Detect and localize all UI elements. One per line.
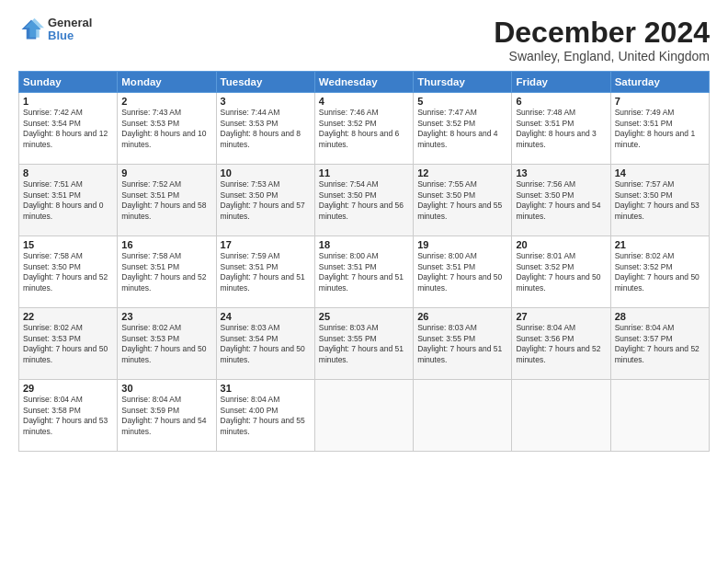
calendar-cell: 13Sunrise: 7:56 AMSunset: 3:50 PMDayligh… bbox=[512, 165, 610, 236]
calendar-page: General Blue December 2024 Swanley, Engl… bbox=[0, 0, 728, 563]
cell-details: Sunrise: 8:03 AMSunset: 3:55 PMDaylight:… bbox=[417, 323, 507, 365]
calendar-cell: 15Sunrise: 7:58 AMSunset: 3:50 PMDayligh… bbox=[19, 236, 118, 308]
calendar-week-1: 8Sunrise: 7:51 AMSunset: 3:51 PMDaylight… bbox=[19, 165, 710, 236]
day-number: 15 bbox=[23, 239, 113, 250]
calendar-cell: 5Sunrise: 7:47 AMSunset: 3:52 PMDaylight… bbox=[414, 93, 512, 165]
calendar-cell bbox=[512, 380, 610, 452]
calendar-cell: 29Sunrise: 8:04 AMSunset: 3:58 PMDayligh… bbox=[19, 380, 118, 452]
logo-general: General bbox=[48, 17, 92, 29]
calendar-week-3: 22Sunrise: 8:02 AMSunset: 3:53 PMDayligh… bbox=[19, 308, 710, 380]
cell-details: Sunrise: 8:04 AMSunset: 3:59 PMDaylight:… bbox=[121, 395, 211, 437]
logo-text: General Blue bbox=[48, 17, 92, 43]
subtitle: Swanley, England, United Kingdom bbox=[494, 49, 710, 63]
calendar-cell: 11Sunrise: 7:54 AMSunset: 3:50 PMDayligh… bbox=[314, 165, 413, 236]
cell-details: Sunrise: 8:00 AMSunset: 3:51 PMDaylight:… bbox=[319, 251, 409, 293]
logo-blue: Blue bbox=[48, 29, 92, 42]
calendar-cell: 26Sunrise: 8:03 AMSunset: 3:55 PMDayligh… bbox=[414, 308, 512, 380]
cell-details: Sunrise: 8:01 AMSunset: 3:52 PMDaylight:… bbox=[516, 251, 606, 293]
day-number: 8 bbox=[23, 167, 113, 178]
calendar-cell: 4Sunrise: 7:46 AMSunset: 3:52 PMDaylight… bbox=[314, 93, 413, 165]
logo: General Blue bbox=[18, 17, 92, 43]
cell-details: Sunrise: 8:02 AMSunset: 3:53 PMDaylight:… bbox=[23, 323, 113, 365]
title-block: December 2024 Swanley, England, United K… bbox=[494, 17, 710, 63]
calendar-cell: 17Sunrise: 7:59 AMSunset: 3:51 PMDayligh… bbox=[216, 236, 314, 308]
header: General Blue December 2024 Swanley, Engl… bbox=[18, 17, 710, 63]
calendar-cell: 18Sunrise: 8:00 AMSunset: 3:51 PMDayligh… bbox=[314, 236, 413, 308]
calendar-cell: 27Sunrise: 8:04 AMSunset: 3:56 PMDayligh… bbox=[512, 308, 610, 380]
day-number: 11 bbox=[319, 167, 409, 178]
calendar-cell: 21Sunrise: 8:02 AMSunset: 3:52 PMDayligh… bbox=[610, 236, 709, 308]
calendar-cell: 2Sunrise: 7:43 AMSunset: 3:53 PMDaylight… bbox=[118, 93, 216, 165]
col-wednesday: Wednesday bbox=[314, 72, 413, 93]
cell-details: Sunrise: 7:57 AMSunset: 3:50 PMDaylight:… bbox=[615, 179, 705, 222]
day-number: 22 bbox=[23, 311, 113, 322]
calendar-cell: 7Sunrise: 7:49 AMSunset: 3:51 PMDaylight… bbox=[610, 93, 709, 165]
calendar-cell: 3Sunrise: 7:44 AMSunset: 3:53 PMDaylight… bbox=[216, 93, 314, 165]
day-number: 2 bbox=[121, 96, 211, 107]
calendar-header: Sunday Monday Tuesday Wednesday Thursday… bbox=[19, 72, 710, 93]
day-number: 27 bbox=[516, 311, 606, 322]
cell-details: Sunrise: 8:00 AMSunset: 3:51 PMDaylight:… bbox=[417, 251, 507, 293]
day-number: 1 bbox=[23, 96, 113, 107]
calendar-cell: 16Sunrise: 7:58 AMSunset: 3:51 PMDayligh… bbox=[118, 236, 216, 308]
logo-icon bbox=[18, 17, 44, 42]
col-saturday: Saturday bbox=[610, 72, 709, 93]
calendar-cell: 14Sunrise: 7:57 AMSunset: 3:50 PMDayligh… bbox=[610, 165, 709, 236]
day-number: 4 bbox=[319, 96, 409, 107]
calendar-table: Sunday Monday Tuesday Wednesday Thursday… bbox=[18, 71, 710, 452]
day-number: 21 bbox=[615, 239, 705, 250]
cell-details: Sunrise: 7:52 AMSunset: 3:51 PMDaylight:… bbox=[121, 179, 211, 222]
cell-details: Sunrise: 7:48 AMSunset: 3:51 PMDaylight:… bbox=[516, 108, 606, 150]
col-friday: Friday bbox=[512, 72, 610, 93]
day-number: 9 bbox=[121, 167, 211, 178]
cell-details: Sunrise: 7:55 AMSunset: 3:50 PMDaylight:… bbox=[417, 179, 507, 222]
calendar-cell: 20Sunrise: 8:01 AMSunset: 3:52 PMDayligh… bbox=[512, 236, 610, 308]
day-number: 24 bbox=[221, 311, 311, 322]
cell-details: Sunrise: 8:02 AMSunset: 3:53 PMDaylight:… bbox=[121, 323, 211, 365]
calendar-week-0: 1Sunrise: 7:42 AMSunset: 3:54 PMDaylight… bbox=[19, 93, 710, 165]
cell-details: Sunrise: 8:04 AMSunset: 4:00 PMDaylight:… bbox=[221, 395, 311, 437]
cell-details: Sunrise: 7:56 AMSunset: 3:50 PMDaylight:… bbox=[516, 179, 606, 222]
calendar-cell: 25Sunrise: 8:03 AMSunset: 3:55 PMDayligh… bbox=[314, 308, 413, 380]
calendar-week-2: 15Sunrise: 7:58 AMSunset: 3:50 PMDayligh… bbox=[19, 236, 710, 308]
main-title: December 2024 bbox=[494, 17, 710, 49]
day-number: 12 bbox=[417, 167, 507, 178]
day-number: 23 bbox=[121, 311, 211, 322]
cell-details: Sunrise: 8:04 AMSunset: 3:57 PMDaylight:… bbox=[615, 323, 705, 365]
calendar-cell: 30Sunrise: 8:04 AMSunset: 3:59 PMDayligh… bbox=[118, 380, 216, 452]
day-number: 3 bbox=[221, 96, 311, 107]
cell-details: Sunrise: 8:03 AMSunset: 3:54 PMDaylight:… bbox=[221, 323, 311, 365]
header-row: Sunday Monday Tuesday Wednesday Thursday… bbox=[19, 72, 710, 93]
calendar-cell: 22Sunrise: 8:02 AMSunset: 3:53 PMDayligh… bbox=[19, 308, 118, 380]
cell-details: Sunrise: 8:03 AMSunset: 3:55 PMDaylight:… bbox=[319, 323, 409, 365]
calendar-cell: 24Sunrise: 8:03 AMSunset: 3:54 PMDayligh… bbox=[216, 308, 314, 380]
day-number: 13 bbox=[516, 167, 606, 178]
day-number: 28 bbox=[615, 311, 705, 322]
day-number: 29 bbox=[23, 383, 113, 394]
cell-details: Sunrise: 7:43 AMSunset: 3:53 PMDaylight:… bbox=[121, 108, 211, 150]
cell-details: Sunrise: 7:59 AMSunset: 3:51 PMDaylight:… bbox=[221, 251, 311, 293]
calendar-cell: 31Sunrise: 8:04 AMSunset: 4:00 PMDayligh… bbox=[216, 380, 314, 452]
cell-details: Sunrise: 8:02 AMSunset: 3:52 PMDaylight:… bbox=[615, 251, 705, 293]
calendar-cell: 8Sunrise: 7:51 AMSunset: 3:51 PMDaylight… bbox=[19, 165, 118, 236]
calendar-cell: 9Sunrise: 7:52 AMSunset: 3:51 PMDaylight… bbox=[118, 165, 216, 236]
col-tuesday: Tuesday bbox=[216, 72, 314, 93]
calendar-body: 1Sunrise: 7:42 AMSunset: 3:54 PMDaylight… bbox=[19, 93, 710, 452]
calendar-cell: 28Sunrise: 8:04 AMSunset: 3:57 PMDayligh… bbox=[610, 308, 709, 380]
cell-details: Sunrise: 7:46 AMSunset: 3:52 PMDaylight:… bbox=[319, 108, 409, 150]
cell-details: Sunrise: 7:58 AMSunset: 3:51 PMDaylight:… bbox=[121, 251, 211, 293]
cell-details: Sunrise: 7:51 AMSunset: 3:51 PMDaylight:… bbox=[23, 179, 113, 222]
col-thursday: Thursday bbox=[414, 72, 512, 93]
calendar-cell: 10Sunrise: 7:53 AMSunset: 3:50 PMDayligh… bbox=[216, 165, 314, 236]
cell-details: Sunrise: 7:47 AMSunset: 3:52 PMDaylight:… bbox=[417, 108, 507, 150]
day-number: 10 bbox=[221, 167, 311, 178]
day-number: 14 bbox=[615, 167, 705, 178]
cell-details: Sunrise: 7:44 AMSunset: 3:53 PMDaylight:… bbox=[221, 108, 311, 150]
cell-details: Sunrise: 7:53 AMSunset: 3:50 PMDaylight:… bbox=[221, 179, 311, 222]
day-number: 25 bbox=[319, 311, 409, 322]
day-number: 18 bbox=[319, 239, 409, 250]
day-number: 26 bbox=[417, 311, 507, 322]
calendar-cell bbox=[314, 380, 413, 452]
calendar-cell: 23Sunrise: 8:02 AMSunset: 3:53 PMDayligh… bbox=[118, 308, 216, 380]
day-number: 16 bbox=[121, 239, 211, 250]
